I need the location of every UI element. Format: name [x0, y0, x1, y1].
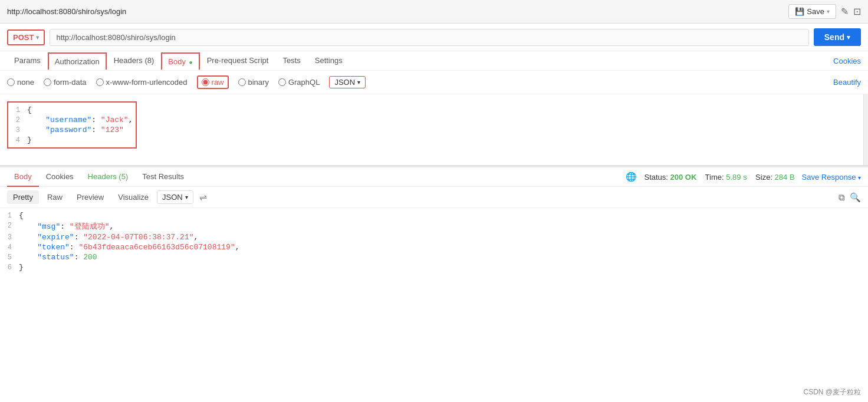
cookies-link[interactable]: Cookies — [833, 52, 861, 70]
req-line-4: 4 } — [8, 135, 136, 145]
watermark: CSDN @麦子粒粒 — [803, 387, 861, 397]
save-button[interactable]: 💾 Save ▾ — [788, 4, 836, 19]
json-format-select[interactable]: JSON ▾ — [329, 76, 366, 88]
req-line-3: 3 "password": "123" — [8, 125, 136, 135]
wrap-icon[interactable]: ⇌ — [199, 192, 207, 203]
tab-authorization[interactable]: Authorization — [48, 52, 107, 70]
resp-line-4: 4 "token": "6b43fdeaaca6ceb66163d56c0710… — [0, 242, 868, 252]
response-tabs-bar: Body Cookies Headers (5) Test Results 🌐 … — [0, 167, 868, 187]
view-tab-preview[interactable]: Preview — [71, 190, 110, 204]
copy-icon-button[interactable]: ⧉ — [839, 192, 845, 203]
response-format-label: JSON — [162, 193, 183, 202]
body-type-graphql[interactable]: GraphQL — [278, 78, 320, 87]
response-time: 5.89 s — [726, 173, 747, 182]
tab-prerequest[interactable]: Pre-request Script — [200, 51, 276, 71]
request-body-editor[interactable]: 1 { 2 "username": "Jack", 3 "password": … — [0, 94, 868, 165]
response-area: Body Cookies Headers (5) Test Results 🌐 … — [0, 167, 868, 275]
view-tab-raw[interactable]: Raw — [41, 190, 68, 204]
req-line-1: 1 { — [8, 105, 136, 115]
req-line-2: 2 "username": "Jack", — [8, 115, 136, 125]
tab-tests[interactable]: Tests — [275, 51, 307, 71]
tab-params[interactable]: Params — [7, 51, 48, 71]
method-label: POST — [13, 33, 34, 42]
method-chevron-icon: ▾ — [36, 34, 39, 41]
save-response-chevron-icon: ▾ — [858, 174, 861, 181]
save-icon: 💾 — [795, 7, 804, 16]
top-bar-right: 💾 Save ▾ ✎ ⊡ — [788, 4, 861, 19]
request-tabs: Params Authorization Headers (8) Body ● … — [0, 51, 868, 71]
comment-icon-button[interactable]: ⊡ — [853, 6, 861, 17]
resp-tab-body[interactable]: Body — [7, 167, 39, 187]
resp-line-1: 1 { — [0, 210, 868, 220]
body-type-none[interactable]: none — [7, 78, 34, 87]
response-view-bar: Pretty Raw Preview Visualize JSON ▾ ⇌ ⧉ … — [0, 187, 868, 208]
search-icon-button[interactable]: 🔍 — [850, 192, 861, 203]
resp-tab-cookies[interactable]: Cookies — [39, 167, 81, 187]
globe-icon: 🌐 — [626, 172, 637, 182]
response-status-bar: 🌐 Status: 200 OK Time: 5.89 s Size: 284 … — [626, 172, 861, 182]
resp-tab-headers[interactable]: Headers (5) — [81, 167, 136, 187]
send-button[interactable]: Send ▾ — [814, 28, 861, 46]
json-chevron-icon: ▾ — [357, 79, 360, 85]
status-code: 200 OK — [670, 173, 697, 182]
status-info: Status: 200 OK Time: 5.89 s Size: 284 B — [644, 173, 794, 182]
method-select[interactable]: POST ▾ — [7, 29, 45, 45]
save-response-button[interactable]: Save Response ▾ — [802, 173, 861, 182]
send-chevron-icon: ▾ — [847, 34, 850, 41]
resp-line-3: 3 "expire": "2022-04-07T06:38:37.21", — [0, 232, 868, 242]
body-type-formdata[interactable]: form-data — [44, 78, 87, 87]
response-size: 284 B — [775, 173, 795, 182]
view-tab-visualize[interactable]: Visualize — [112, 190, 154, 204]
resp-line-2: 2 "msg": "登陆成功", — [0, 220, 868, 232]
body-type-bar: none form-data x-www-form-urlencoded raw… — [0, 71, 868, 94]
beautify-button[interactable]: Beautify — [833, 78, 861, 87]
top-bar-left: http://localhost:8080/shiro/sys/login — [7, 7, 126, 16]
url-input[interactable] — [50, 29, 808, 46]
view-tab-pretty[interactable]: Pretty — [7, 190, 39, 204]
body-type-raw[interactable]: raw — [197, 75, 229, 89]
response-format-select[interactable]: JSON ▾ — [157, 190, 193, 204]
save-chevron-icon: ▾ — [827, 8, 830, 15]
resp-tab-testresults[interactable]: Test Results — [135, 167, 191, 187]
tab-headers[interactable]: Headers (8) — [107, 51, 162, 71]
edit-icon-button[interactable]: ✎ — [841, 6, 849, 17]
body-type-urlencoded[interactable]: x-www-form-urlencoded — [96, 78, 188, 87]
response-icons: ⧉ 🔍 — [839, 192, 861, 203]
response-body: 1 { 2 "msg": "登陆成功", 3 "expire": "2022-0… — [0, 208, 868, 275]
request-scrollbar[interactable] — [863, 94, 868, 165]
request-area: POST ▾ Send ▾ Params Authorization Heade… — [0, 24, 868, 166]
tab-body[interactable]: Body ● — [161, 52, 199, 70]
body-active-dot: ● — [189, 59, 193, 65]
top-url-display: http://localhost:8080/shiro/sys/login — [7, 7, 126, 16]
url-bar: POST ▾ Send ▾ — [0, 24, 868, 51]
json-format-label: JSON — [334, 78, 355, 87]
body-type-binary[interactable]: binary — [238, 78, 269, 87]
request-code-block[interactable]: 1 { 2 "username": "Jack", 3 "password": … — [7, 101, 137, 149]
top-bar: http://localhost:8080/shiro/sys/login 💾 … — [0, 0, 868, 24]
resp-line-6: 6 } — [0, 262, 868, 272]
response-format-chevron-icon: ▾ — [185, 194, 188, 200]
resp-line-5: 5 "status": 200 — [0, 252, 868, 262]
tab-settings[interactable]: Settings — [308, 51, 350, 71]
